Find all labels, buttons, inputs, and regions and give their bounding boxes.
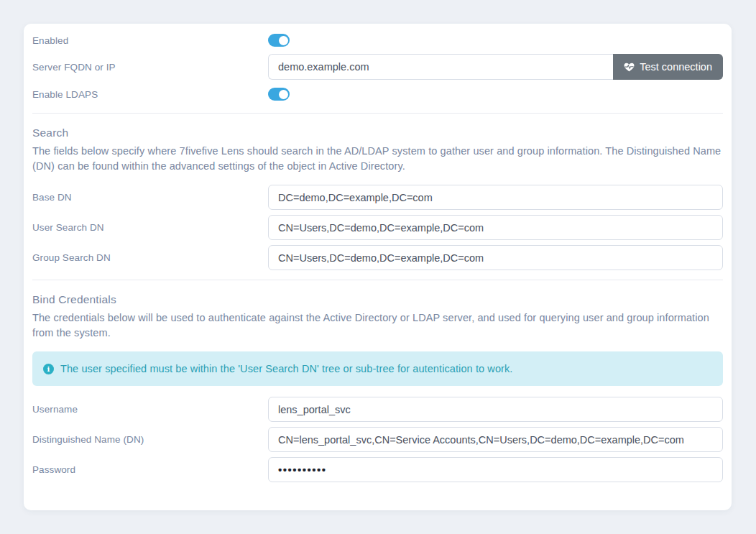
password-row: Password: [32, 457, 723, 482]
bind-section-title: Bind Credentials: [32, 293, 723, 306]
group-search-dn-row: Group Search DN: [32, 245, 723, 270]
enabled-row: Enabled: [32, 31, 723, 50]
base-dn-input[interactable]: [268, 185, 723, 210]
ldaps-row: Enable LDAPS: [32, 85, 723, 103]
user-search-dn-row: User Search DN: [32, 215, 723, 240]
enabled-toggle[interactable]: [268, 34, 290, 47]
distinguished-name-input[interactable]: [268, 427, 723, 452]
username-label: Username: [32, 404, 268, 415]
base-dn-label: Base DN: [32, 192, 268, 203]
server-fqdn-row: Server FQDN or IP Test connection: [32, 54, 723, 80]
group-search-dn-input[interactable]: [268, 245, 723, 270]
ldaps-toggle[interactable]: [268, 88, 290, 101]
password-label: Password: [32, 464, 268, 475]
distinguished-name-row: Distinguished Name (DN): [32, 427, 723, 452]
username-row: Username: [32, 397, 723, 422]
base-dn-row: Base DN: [32, 185, 723, 210]
password-input[interactable]: [268, 457, 723, 482]
user-search-dn-label: User Search DN: [32, 222, 268, 233]
toggle-knob: [279, 90, 288, 99]
bind-section-description: The credentials below will be used to au…: [32, 310, 723, 341]
info-icon: i: [43, 364, 54, 374]
test-connection-label: Test connection: [640, 61, 712, 73]
settings-card: Enabled Server FQDN or IP: [24, 24, 732, 510]
username-input[interactable]: [268, 397, 723, 422]
search-section-description: The fields below specify where 7fivefive…: [32, 144, 723, 174]
ldaps-label: Enable LDAPS: [32, 89, 268, 100]
heart-pulse-icon: [624, 62, 635, 73]
distinguished-name-label: Distinguished Name (DN): [32, 434, 268, 445]
info-alert-text: The user specified must be within the 'U…: [60, 363, 512, 374]
group-search-dn-label: Group Search DN: [32, 252, 268, 263]
server-fqdn-label: Server FQDN or IP: [32, 62, 268, 73]
test-connection-button[interactable]: Test connection: [613, 54, 723, 80]
toggle-knob: [279, 36, 288, 45]
info-alert: i The user specified must be within the …: [32, 351, 723, 386]
user-search-dn-input[interactable]: [268, 215, 723, 240]
server-input-group: Test connection: [268, 54, 723, 80]
ldap-settings-page: { "connection": { "enabled": { "label": …: [0, 0, 756, 534]
server-fqdn-input[interactable]: [268, 54, 613, 80]
section-divider: [32, 280, 723, 280]
search-section-title: Search: [32, 126, 723, 139]
enabled-label: Enabled: [32, 35, 268, 46]
section-divider: [32, 113, 723, 114]
